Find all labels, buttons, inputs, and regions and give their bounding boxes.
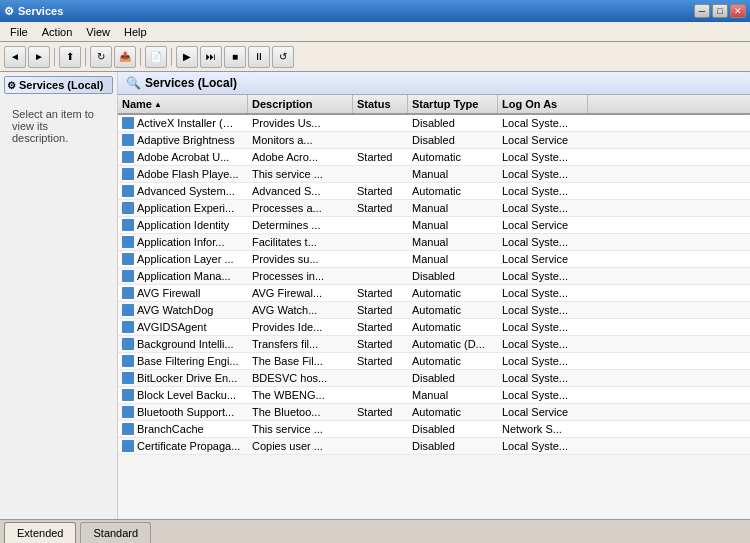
cell-desc: The Base Fil... <box>248 353 353 369</box>
cell-status <box>353 251 408 267</box>
table-row[interactable]: Base Filtering Engi... The Base Fil... S… <box>118 353 750 370</box>
cell-name: Background Intelli... <box>118 336 248 352</box>
table-row[interactable]: Application Mana... Processes in... Disa… <box>118 268 750 285</box>
cell-status: Started <box>353 353 408 369</box>
left-panel-header[interactable]: ⚙ Services (Local) <box>4 76 113 94</box>
cell-name: Advanced System... <box>118 183 248 199</box>
tab-standard[interactable]: Standard <box>80 522 151 543</box>
cell-desc: BDESVC hos... <box>248 370 353 386</box>
cell-logon: Local Syste... <box>498 353 588 369</box>
cell-logon: Local Service <box>498 251 588 267</box>
table-row[interactable]: Certificate Propaga... Copies user ... D… <box>118 438 750 455</box>
menu-action[interactable]: Action <box>36 24 79 40</box>
maximize-button[interactable]: □ <box>712 4 728 18</box>
cell-logon: Local Syste... <box>498 319 588 335</box>
service-icon <box>122 423 134 435</box>
cell-startup: Manual <box>408 217 498 233</box>
refresh-button[interactable]: ↻ <box>90 46 112 68</box>
cell-desc: Monitors a... <box>248 132 353 148</box>
stop-button[interactable]: ■ <box>224 46 246 68</box>
col-header-desc[interactable]: Description <box>248 95 353 113</box>
cell-logon: Local Syste... <box>498 370 588 386</box>
panel-title: Services (Local) <box>145 76 237 90</box>
cell-desc: Facilitates t... <box>248 234 353 250</box>
col-logon-label: Log On As <box>502 98 557 110</box>
table-row[interactable]: Adobe Flash Playe... This service ... Ma… <box>118 166 750 183</box>
table-row[interactable]: Application Infor... Facilitates t... Ma… <box>118 234 750 251</box>
table-row[interactable]: Advanced System... Advanced S... Started… <box>118 183 750 200</box>
cell-startup: Disabled <box>408 370 498 386</box>
service-icon <box>122 287 134 299</box>
table-row[interactable]: Adobe Acrobat U... Adobe Acro... Started… <box>118 149 750 166</box>
cell-desc: Transfers fil... <box>248 336 353 352</box>
menu-view[interactable]: View <box>80 24 116 40</box>
cell-desc: Processes a... <box>248 200 353 216</box>
service-name: Application Mana... <box>137 270 231 282</box>
up-button[interactable]: ⬆ <box>59 46 81 68</box>
service-name: Background Intelli... <box>137 338 234 350</box>
app-icon: ⚙ <box>4 5 14 18</box>
col-header-logon[interactable]: Log On As <box>498 95 588 113</box>
cell-status <box>353 217 408 233</box>
cell-startup: Manual <box>408 200 498 216</box>
properties-button[interactable]: 📄 <box>145 46 167 68</box>
table-body[interactable]: ActiveX Installer (… Provides Us... Disa… <box>118 115 750 519</box>
col-header-startup[interactable]: Startup Type <box>408 95 498 113</box>
right-panel: 🔍 Services (Local) Name ▲ Description St… <box>118 72 750 519</box>
table-row[interactable]: Background Intelli... Transfers fil... S… <box>118 336 750 353</box>
close-button[interactable]: ✕ <box>730 4 746 18</box>
cell-logon: Local Syste... <box>498 234 588 250</box>
cell-logon: Local Service <box>498 404 588 420</box>
cell-desc: Determines ... <box>248 217 353 233</box>
table-row[interactable]: BranchCache This service ... Disabled Ne… <box>118 421 750 438</box>
table-row[interactable]: AVG Firewall AVG Firewal... Started Auto… <box>118 285 750 302</box>
service-name: Block Level Backu... <box>137 389 236 401</box>
forward-button[interactable]: ► <box>28 46 50 68</box>
table-row[interactable]: Application Identity Determines ... Manu… <box>118 217 750 234</box>
bottom-bar: ExtendedStandard <box>0 519 750 543</box>
restart-button[interactable]: ↺ <box>272 46 294 68</box>
cell-desc: Processes in... <box>248 268 353 284</box>
service-icon <box>122 219 134 231</box>
cell-desc: The WBENG... <box>248 387 353 403</box>
cell-logon: Local Syste... <box>498 166 588 182</box>
back-button[interactable]: ◄ <box>4 46 26 68</box>
minimize-button[interactable]: ─ <box>694 4 710 18</box>
service-icon <box>122 321 134 333</box>
table-row[interactable]: AVG WatchDog AVG Watch... Started Automa… <box>118 302 750 319</box>
service-name: Application Layer ... <box>137 253 234 265</box>
table-row[interactable]: Application Layer ... Provides su... Man… <box>118 251 750 268</box>
toolbar-sep-2 <box>85 48 86 66</box>
cell-logon: Local Syste... <box>498 115 588 131</box>
table-row[interactable]: BitLocker Drive En... BDESVC hos... Disa… <box>118 370 750 387</box>
cell-name: AVGIDSAgent <box>118 319 248 335</box>
service-name: BitLocker Drive En... <box>137 372 237 384</box>
table-row[interactable]: Bluetooth Support... The Bluetoo... Star… <box>118 404 750 421</box>
export-button[interactable]: 📤 <box>114 46 136 68</box>
cell-name: Application Layer ... <box>118 251 248 267</box>
cell-desc: Provides Us... <box>248 115 353 131</box>
menu-help[interactable]: Help <box>118 24 153 40</box>
play-button[interactable]: ▶ <box>176 46 198 68</box>
menu-file[interactable]: File <box>4 24 34 40</box>
col-header-status[interactable]: Status <box>353 95 408 113</box>
pause-button[interactable]: ⏸ <box>248 46 270 68</box>
play-next-button[interactable]: ⏭ <box>200 46 222 68</box>
table-row[interactable]: ActiveX Installer (… Provides Us... Disa… <box>118 115 750 132</box>
table-row[interactable]: Application Experi... Processes a... Sta… <box>118 200 750 217</box>
cell-name: AVG WatchDog <box>118 302 248 318</box>
cell-startup: Automatic <box>408 319 498 335</box>
table-row[interactable]: Adaptive Brightness Monitors a... Disabl… <box>118 132 750 149</box>
cell-name: Adobe Acrobat U... <box>118 149 248 165</box>
col-desc-label: Description <box>252 98 313 110</box>
tab-extended[interactable]: Extended <box>4 522 76 543</box>
table-row[interactable]: Block Level Backu... The WBENG... Manual… <box>118 387 750 404</box>
col-status-label: Status <box>357 98 391 110</box>
cell-status: Started <box>353 319 408 335</box>
service-name: Application Experi... <box>137 202 234 214</box>
cell-logon: Local Service <box>498 217 588 233</box>
col-header-name[interactable]: Name ▲ <box>118 95 248 113</box>
cell-logon: Local Syste... <box>498 302 588 318</box>
table-row[interactable]: AVGIDSAgent Provides Ide... Started Auto… <box>118 319 750 336</box>
cell-desc: AVG Firewal... <box>248 285 353 301</box>
